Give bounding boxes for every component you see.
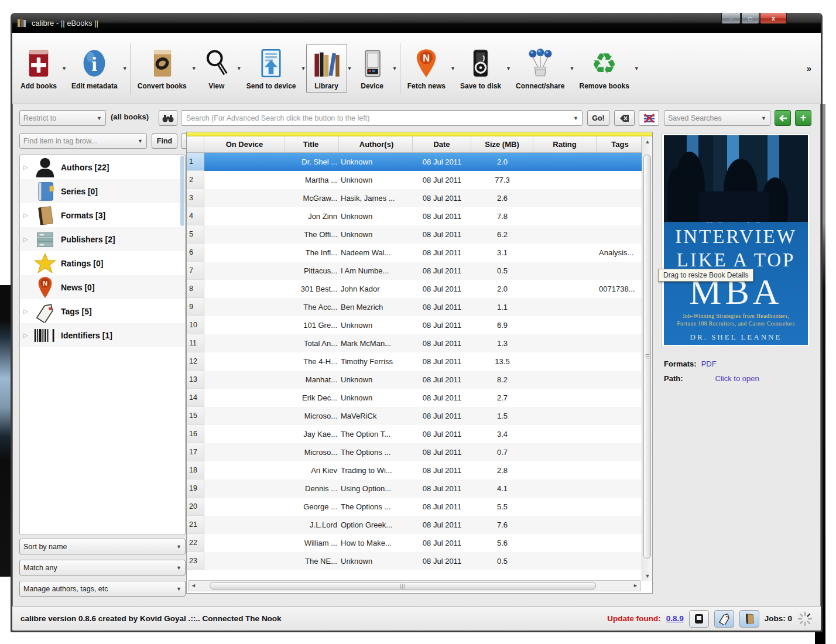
formats-link[interactable]: PDF [701, 359, 717, 368]
find-item-combo[interactable]: Find item in tag brow...▼ [19, 133, 147, 149]
fetch-news-dropdown-icon[interactable]: ▾ [451, 65, 454, 71]
table-row[interactable]: 19 Dennis ... Using Option... 08 Jul 201… [187, 479, 652, 498]
restrict-to-combo[interactable]: Restrict to▼ [19, 110, 106, 126]
table-row[interactable]: 11 Total An... Mark McMan... 08 Jul 2011… [187, 334, 652, 352]
row-number[interactable]: 5 [187, 225, 204, 244]
add-books-dropdown-icon[interactable]: ▾ [63, 65, 66, 71]
copy-search-button[interactable] [775, 110, 791, 126]
clear-search-button[interactable] [614, 110, 635, 126]
device-button[interactable]: Device [352, 44, 392, 93]
edit-metadata-dropdown-icon[interactable]: ▾ [124, 65, 126, 71]
table-row[interactable]: 16 Jay Kae... The Option T... 08 Jul 201… [187, 425, 652, 443]
table-row[interactable]: 21 J.L.Lord Option Greek... 08 Jul 2011 … [187, 516, 652, 534]
fetch-news-button[interactable]: N Fetch news [403, 44, 450, 93]
save-to-disk-dropdown-icon[interactable]: ▾ [507, 65, 510, 71]
view-dropdown-icon[interactable]: ▾ [238, 65, 241, 71]
sidebar-item-news[interactable]: N News [0] [20, 275, 185, 299]
table-row[interactable]: 20 George ... The Options ... 08 Jul 201… [187, 498, 652, 516]
sidebar-item-authors[interactable]: ▷ Authors [22] [20, 155, 185, 179]
table-row[interactable]: 15 Microso... MaVeRiCk 08 Jul 2011 1.5 [187, 407, 652, 425]
edit-metadata-button[interactable]: i Edit metadata [67, 44, 122, 93]
row-number[interactable]: 21 [187, 516, 204, 534]
close-button[interactable]: x [760, 13, 787, 24]
match-combo[interactable]: Match any▼ [19, 560, 186, 576]
path-link[interactable]: Click to open [715, 374, 759, 383]
table-row[interactable]: 13 Manhat... Unknown 08 Jul 2011 8.2 [187, 371, 652, 389]
tag-browser-scrollbar[interactable] [180, 156, 184, 226]
sidebar-item-formats[interactable]: ▷ Formats [3] [20, 203, 185, 227]
maximize-button[interactable]: □ [741, 13, 759, 24]
row-number[interactable]: 22 [187, 534, 204, 552]
row-number[interactable]: 12 [187, 352, 204, 371]
vertical-scrollbar-thumb[interactable]: ☰ [643, 155, 651, 559]
search-input[interactable] [181, 110, 583, 126]
minimize-button[interactable]: – [721, 13, 741, 24]
connect-share-button[interactable]: Connect/share [511, 44, 569, 93]
column-header-tags[interactable]: Tags [597, 136, 642, 152]
highlight-matches-button[interactable] [639, 110, 659, 126]
column-header-authors[interactable]: Author(s) [339, 136, 413, 152]
sidebar-item-ratings[interactable]: Ratings [0] [20, 251, 185, 275]
remove-books-dropdown-icon[interactable]: ▾ [635, 65, 638, 71]
book-status-button[interactable] [739, 610, 759, 628]
send-to-device-button[interactable]: Send to device [242, 44, 301, 93]
save-search-button[interactable]: + [795, 110, 811, 126]
expand-icon[interactable]: ▷ [23, 164, 32, 170]
tag-status-button[interactable] [714, 610, 734, 628]
row-number[interactable]: 11 [187, 334, 204, 352]
row-number[interactable]: 15 [187, 407, 204, 425]
table-row[interactable]: 1 Dr. Shel ... Unknown 08 Jul 2011 2.0 [187, 153, 652, 171]
row-number[interactable]: 13 [187, 371, 204, 389]
jobs-spinner-icon[interactable] [797, 611, 813, 626]
add-books-button[interactable]: Add books [16, 44, 61, 93]
manage-authors-combo[interactable]: Manage authors, tags, etc▼ [19, 581, 186, 597]
row-number[interactable]: 4 [187, 207, 204, 225]
row-number[interactable]: 17 [187, 443, 204, 461]
row-number[interactable]: 8 [187, 280, 204, 298]
advanced-search-button[interactable] [159, 110, 177, 126]
row-number[interactable]: 20 [187, 498, 204, 516]
sort-by-combo[interactable]: Sort by name▼ [19, 539, 186, 554]
table-row[interactable]: 2 Martha ... Unknown 08 Jul 2011 77.3 [187, 171, 652, 189]
device-dropdown-icon[interactable]: ▾ [393, 65, 396, 71]
table-row[interactable]: 8 301 Best... John Kador 08 Jul 2011 2.0… [187, 280, 652, 298]
table-row[interactable]: 5 The Offi... Unknown 08 Jul 2011 6.2 [187, 225, 652, 244]
update-version-link[interactable]: 0.8.9 [666, 614, 684, 623]
expand-icon[interactable]: ▷ [23, 332, 32, 338]
row-number[interactable]: 2 [187, 171, 204, 189]
find-button[interactable]: Find [152, 133, 177, 149]
column-header-on-device[interactable]: On Device [204, 136, 285, 152]
column-header-rating[interactable]: Rating [533, 136, 597, 152]
table-row[interactable]: 10 101 Gre... Unknown 08 Jul 2011 6.9 [187, 316, 652, 334]
sidebar-item-identifiers[interactable]: ▷ Identifiers [1] [20, 323, 185, 347]
table-row[interactable]: 22 William ... How to Make... 08 Jul 201… [187, 534, 652, 552]
book-cover[interactable]: HOW TO INTERVIEW LIKE A TOP MBA Job-Winn… [662, 133, 810, 347]
title-bar[interactable]: calibre - || eBooks || – □ x [12, 13, 821, 33]
row-number[interactable]: 1 [187, 153, 204, 171]
sidebar-item-series[interactable]: Series [0] [20, 179, 185, 203]
horizontal-scrollbar-thumb[interactable]: ||| [210, 582, 596, 590]
row-number[interactable]: 23 [187, 552, 204, 570]
sidebar-item-tags[interactable]: ▷ Tags [5] [20, 299, 185, 323]
go-button[interactable]: Go! [587, 110, 609, 126]
table-row[interactable]: 6 The Infl... Nadeem Wal... 08 Jul 2011 … [187, 244, 652, 262]
column-header-date[interactable]: Date [413, 136, 471, 152]
row-number[interactable]: 6 [187, 244, 204, 262]
toolbar-overflow-button[interactable]: » [807, 63, 817, 73]
scroll-left-icon[interactable]: ◄ [191, 583, 196, 588]
row-number[interactable]: 9 [187, 298, 204, 316]
connect-share-dropdown-icon[interactable]: ▾ [570, 65, 573, 71]
row-number[interactable]: 19 [187, 479, 204, 498]
sidebar-item-publishers[interactable]: ▷ Publishers [2] [20, 227, 185, 251]
table-row[interactable]: 18 Ari Kiev Trading to Wi... 08 Jul 2011… [187, 461, 652, 479]
row-number[interactable]: 14 [187, 389, 204, 407]
row-number[interactable]: 10 [187, 316, 204, 334]
row-number[interactable]: 18 [187, 461, 204, 479]
row-number[interactable]: 7 [187, 262, 204, 280]
save-to-disk-button[interactable]: Save to disk [455, 44, 506, 93]
search-history-chevron-icon[interactable]: ▼ [573, 115, 578, 121]
expand-icon[interactable]: ▷ [23, 308, 32, 314]
table-row[interactable]: 9 The Acc... Ben Mezrich 08 Jul 2011 1.1 [187, 298, 652, 316]
table-row[interactable]: 14 Erik Dec... Unknown 08 Jul 2011 2.7 [187, 389, 652, 407]
view-button[interactable]: View [197, 44, 237, 93]
